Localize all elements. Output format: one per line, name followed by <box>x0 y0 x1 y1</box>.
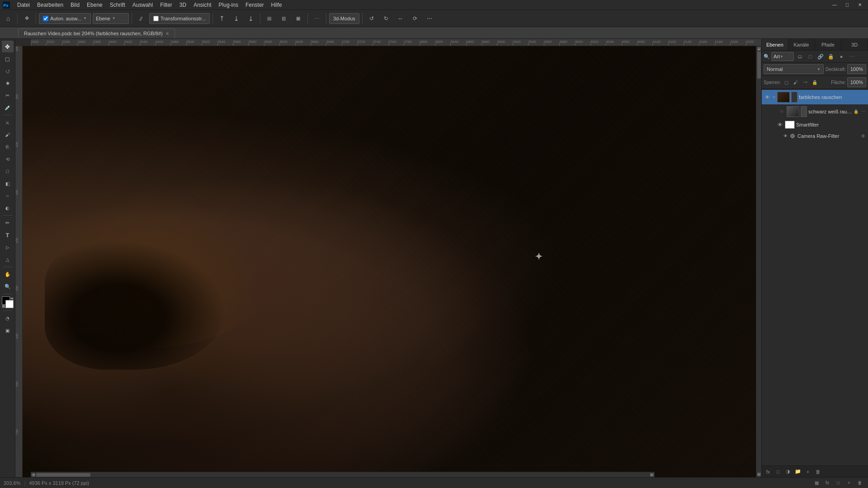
more-icon[interactable]: ⋯ <box>423 12 436 25</box>
status-fx-icon[interactable]: fx <box>823 479 832 488</box>
lock-image-icon[interactable]: 🖌 <box>792 78 800 86</box>
quick-select-tool[interactable]: ✱ <box>2 77 14 89</box>
3d-modus-button[interactable]: 3d-Modus <box>329 13 359 24</box>
auto-select-button[interactable]: Auton. ausw... ▼ <box>39 13 91 24</box>
menu-plugins[interactable]: Plug-ins <box>215 1 242 9</box>
layer-add-icon[interactable]: + <box>803 467 812 476</box>
align-horiz2-icon[interactable]: ▦ <box>292 12 305 25</box>
panel-link-icon[interactable]: 🔗 <box>816 52 825 61</box>
menu-bearbeiten[interactable]: Bearbeiten <box>33 1 67 9</box>
vertical-scrollbar[interactable]: ▲ ▼ <box>756 46 761 477</box>
tab-pfade[interactable]: Pfade <box>815 39 842 50</box>
zoom-tool[interactable]: 🔍 <box>2 281 14 292</box>
gradient-tool[interactable]: ◧ <box>2 178 14 189</box>
canvas-content[interactable] <box>23 46 756 477</box>
menu-hilfe[interactable]: Hilfe <box>268 1 286 9</box>
shape-tool[interactable]: △ <box>2 253 14 265</box>
layer-visibility-sf-icon[interactable]: 👁 <box>776 121 783 128</box>
align-bottom-icon[interactable]: ⤓ <box>245 12 257 25</box>
align-left-icon[interactable]: ⫽ <box>135 12 147 25</box>
text-tool[interactable]: T <box>2 229 14 241</box>
marquee-tool[interactable]: ◻ <box>2 53 14 65</box>
lock-all-icon[interactable]: 🔒 <box>811 78 819 86</box>
layer-options-icon[interactable]: ⋯ <box>860 108 866 115</box>
move-tool-icon[interactable]: ✥ <box>20 12 33 25</box>
status-trash-icon[interactable]: 🗑 <box>855 479 864 488</box>
scroll-up-arrow[interactable]: ▲ <box>757 47 761 51</box>
home-icon[interactable]: ⌂ <box>2 12 14 25</box>
menu-filter[interactable]: Filter <box>156 1 176 9</box>
3d-rotate-icon[interactable]: ⟳ <box>409 12 421 25</box>
layer-name-cr[interactable]: Camera Raw-Filter <box>797 133 859 139</box>
ebene-dropdown[interactable]: Ebene ▼ <box>93 13 129 24</box>
horizontal-scrollbar-area[interactable]: ◄ ► <box>31 472 655 477</box>
eraser-tool[interactable]: □ <box>2 165 14 177</box>
tab-kanaele[interactable]: Kanäle <box>788 39 815 50</box>
align-top-icon[interactable]: ⤒ <box>216 12 228 25</box>
fill-input[interactable]: 100% <box>847 77 866 87</box>
layer-smartfilter[interactable]: 👁 Smartfilter <box>762 119 868 131</box>
transform-checkbox[interactable] <box>153 16 159 21</box>
lasso-tool[interactable]: ⭯ <box>2 65 14 77</box>
quick-mask-tool[interactable]: ◔ <box>2 312 14 324</box>
menu-datei[interactable]: Datei <box>14 1 33 9</box>
scroll-left-arrow[interactable]: ◄ <box>32 473 35 477</box>
vscroll-thumb[interactable] <box>757 52 761 79</box>
layer-delete-icon[interactable]: 🗑 <box>813 467 822 476</box>
minimize-button[interactable]: — <box>828 0 841 10</box>
background-color[interactable] <box>5 300 14 308</box>
panel-visibility-icon[interactable]: □ <box>806 52 815 61</box>
panel-color-icon[interactable]: ● <box>837 52 846 61</box>
layer-name-sw[interactable]: schwarz weiß rauschen <box>808 109 852 114</box>
path-select-tool[interactable]: ▷ <box>2 241 14 253</box>
hand-tool[interactable]: ✋ <box>2 268 14 280</box>
clone-tool[interactable]: ⎘ <box>2 141 14 153</box>
transformations-button[interactable]: Transformationsstr... <box>149 13 210 24</box>
document-tab[interactable]: Rauschen Video.psdc bei 204% (farbliches… <box>18 28 175 38</box>
scroll-down-arrow[interactable]: ▼ <box>757 473 761 476</box>
screen-mode-tool[interactable]: ▣ <box>2 324 14 336</box>
scroll-right-arrow[interactable]: ► <box>650 473 654 477</box>
layer-mask-icon[interactable]: □ <box>774 467 783 476</box>
crop-tool[interactable]: ✂ <box>2 89 14 101</box>
layer-name-farb[interactable]: farbliches rauschen <box>799 94 866 100</box>
rotate-cw-icon[interactable]: ↻ <box>380 12 392 25</box>
panel-more-icon[interactable]: ⋯ <box>847 52 856 61</box>
dodge-tool[interactable]: ◐ <box>2 202 14 214</box>
history-brush-tool[interactable]: ⟲ <box>2 153 14 165</box>
flip-icon[interactable]: ↔ <box>394 12 407 25</box>
pen-tool[interactable]: ✏ <box>2 217 14 229</box>
layer-visibility-cr-icon[interactable]: 👁 <box>782 132 789 140</box>
status-arrange-icon[interactable]: ▦ <box>812 479 821 488</box>
color-swatches[interactable]: ⇆ ▩ <box>2 296 14 308</box>
restore-button[interactable]: ⎕ <box>841 0 854 10</box>
panel-lock-icon[interactable]: 🔒 <box>826 52 835 61</box>
menu-fenster[interactable]: Fenster <box>242 1 268 9</box>
layer-sw-rauschen[interactable]: 👁 schwarz weiß rauschen 🔒 ⋯ <box>769 104 868 119</box>
lock-position-icon[interactable]: ⭢ <box>801 78 809 86</box>
tab-3d[interactable]: 3D <box>841 39 868 50</box>
blend-mode-selector[interactable]: Normal ▼ <box>764 64 824 74</box>
layer-camera-raw[interactable]: 👁 Camera Raw-Filter ⚙ <box>762 131 868 141</box>
layer-visibility-icon[interactable]: 👁 <box>764 94 771 101</box>
layer-fx-icon[interactable]: fx <box>764 467 773 476</box>
menu-auswahl[interactable]: Auswahl <box>129 1 156 9</box>
move-tool[interactable]: ✥ <box>2 41 14 52</box>
distribute-icon[interactable]: ⋯ <box>311 12 323 25</box>
layer-adjustment-icon[interactable]: ◑ <box>783 467 793 476</box>
align-middle-icon[interactable]: ⤓ <box>230 12 243 25</box>
close-button[interactable]: ✕ <box>854 0 866 10</box>
panel-filter-icon[interactable]: 🗂 <box>795 52 804 61</box>
lock-transparent-icon[interactable]: ▢ <box>782 78 790 86</box>
menu-ansicht[interactable]: Ansicht <box>190 1 215 9</box>
brush-tool[interactable]: 🖌 <box>2 129 14 141</box>
status-mask-icon[interactable]: □ <box>834 479 843 488</box>
layer-group-icon[interactable]: 📁 <box>793 467 802 476</box>
layer-visibility-sw-icon[interactable]: 👁 <box>778 108 785 115</box>
tab-close-button[interactable]: ✕ <box>165 31 169 36</box>
layer-name-sf[interactable]: Smartfilter <box>796 122 866 127</box>
reset-colors-icon[interactable]: ▩ <box>2 304 5 308</box>
rotate-ccw-icon[interactable]: ↺ <box>365 12 378 25</box>
hscroll-thumb[interactable] <box>36 473 90 477</box>
spot-heal-tool[interactable]: ⚔ <box>2 117 14 128</box>
